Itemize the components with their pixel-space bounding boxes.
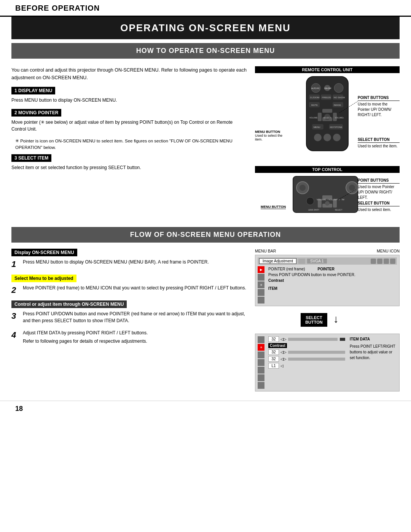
pointer-icon-red: ▶ bbox=[258, 266, 264, 273]
data-row-5: L1 ◁ bbox=[268, 363, 345, 369]
data-row-1: 32 ◁▷ bbox=[268, 336, 345, 342]
data-values-area: 32 ◁▷ Contrast 32 bbox=[268, 336, 345, 389]
flow-step3: 3 Press POINT UP/DOWN button and move PO… bbox=[11, 310, 247, 324]
top-menu-button-label: MENU BUTTON bbox=[261, 205, 286, 209]
contrast-label-diag: Contrast bbox=[268, 278, 397, 283]
press-label: Press POINT UP/DOWN button to move POINT… bbox=[268, 273, 397, 277]
icon4 bbox=[258, 289, 264, 296]
svg-text:NO SHOW: NO SHOW bbox=[334, 96, 345, 99]
top-control-svg: VOLUME – VOLUME + IM LENS SHIFT SELECT bbox=[285, 174, 369, 216]
svg-text:MENU: MENU bbox=[314, 126, 320, 128]
item-data-annotations: ITEM DATA Press POINT LEFT/RIGHT buttons… bbox=[347, 336, 397, 389]
top-select-btn-desc: Used to select item. bbox=[358, 207, 400, 212]
flow-step1-block: Display ON-SCREEN MENU 1 Press MENU butt… bbox=[11, 249, 247, 269]
svg-text:KEYSTONE: KEYSTONE bbox=[330, 126, 342, 128]
flow-step2-block: Select Menu to be adjusted 2 Move POINTE… bbox=[11, 275, 247, 295]
flow-step3-label: Control or adjust item through ON-SCREEN… bbox=[11, 300, 127, 308]
svg-text:SELECT: SELECT bbox=[335, 209, 342, 211]
top-point-buttons-desc: Used to move Pointer UP/ DOWN/ RIGHT/ LE… bbox=[358, 184, 400, 200]
item-label: ITEM bbox=[268, 286, 397, 291]
data-val-4: 32 bbox=[268, 356, 279, 362]
svg-text:FREEZE: FREEZE bbox=[322, 96, 331, 99]
svg-point-36 bbox=[349, 185, 355, 191]
step3-number: 3 bbox=[11, 311, 19, 324]
data-row-3: 32 ◁▷ bbox=[268, 349, 345, 355]
top-select-btn-label: SELECT BUTTON bbox=[358, 201, 400, 206]
data-arrow-3: ◁▷ bbox=[280, 350, 287, 354]
flow-left: Display ON-SCREEN MENU 1 Press MENU butt… bbox=[11, 249, 247, 395]
flow-step4: 4 Adjust ITEM DATA by pressing POINT RIG… bbox=[11, 329, 247, 345]
flow-step2-text: Move POINTER (red frame) to MENU ICON th… bbox=[23, 284, 246, 295]
menu-tab-image: Image Adjustment bbox=[259, 258, 296, 264]
intro-text: You can control and adjust this projecto… bbox=[11, 66, 247, 81]
data-icons-left: ✳ bbox=[258, 336, 266, 389]
step3-label: 3 SELECT ITEM bbox=[11, 154, 51, 162]
flow-title: FLOW OF ON-SCREEN MENU OPERATION bbox=[130, 231, 281, 238]
point-buttons-label: POINT BUTTONS bbox=[358, 96, 400, 101]
svg-point-34 bbox=[299, 185, 306, 191]
page-container: BEFORE OPERATION OPERATING ON-SCREEN MEN… bbox=[0, 0, 411, 417]
data-icon5 bbox=[258, 367, 264, 374]
flow-step1-text: Press MENU button to display ON-SCREEN M… bbox=[23, 259, 209, 269]
asterisk-note: ✳ Pointer is icon on ON-SCREEN MENU to s… bbox=[15, 138, 247, 151]
item-data-label: ITEM DATA bbox=[350, 336, 397, 342]
menu-tab-svga: SVGA 1 bbox=[307, 259, 327, 264]
flow-section: Display ON-SCREEN MENU 1 Press MENU butt… bbox=[11, 243, 400, 401]
remote-control-area: REMOTE CONTROL UNIT AUTO PC ON-OFF bbox=[255, 66, 400, 162]
data-val-1: 32 bbox=[268, 336, 279, 342]
data-icon1 bbox=[258, 336, 264, 343]
flow-step2-label: Select Menu to be adjusted bbox=[11, 275, 76, 282]
page-number: 18 bbox=[15, 405, 23, 412]
top-select-button-annotation: SELECT BUTTON Used to select item. bbox=[358, 201, 400, 212]
before-operation-title: BEFORE OPERATION bbox=[15, 4, 100, 13]
data-val-5: L1 bbox=[268, 363, 279, 369]
svg-point-29 bbox=[323, 134, 331, 141]
menu-bar-label: MENU BAR bbox=[255, 249, 276, 253]
top-control-label: TOP CONTROL bbox=[255, 166, 400, 173]
svg-text:VOLUME+: VOLUME+ bbox=[335, 117, 344, 119]
menu-button-desc: Used to select the item. bbox=[255, 134, 285, 141]
point-buttons-annotation: POINT BUTTONS Used to move the Pointer U… bbox=[358, 96, 400, 118]
flow-step4-block: 4 Adjust ITEM DATA by pressing POINT RIG… bbox=[11, 329, 247, 345]
svg-text:VOLUME –: VOLUME – bbox=[317, 198, 328, 201]
step1-text: Press MENU button to display ON-SCREEN M… bbox=[11, 97, 247, 104]
menu-bar-display: Image Adjustment SVGA 1 bbox=[258, 257, 397, 265]
top-point-buttons-label: POINT BUTTONS bbox=[358, 178, 400, 184]
svg-text:SELECT: SELECT bbox=[323, 117, 331, 119]
data-val-3: 32 bbox=[268, 349, 279, 355]
sub-title: HOW TO OPERATE ON-SCREEN MENU bbox=[136, 47, 275, 54]
sub-title-bar: HOW TO OPERATE ON-SCREEN MENU bbox=[11, 43, 400, 59]
second-diagram-box: ✳ 32 ◁▷ bbox=[255, 334, 400, 391]
first-diagram-box: Image Adjustment SVGA 1 ▶ bbox=[255, 255, 400, 306]
data-arrow-5: ◁ bbox=[280, 364, 284, 368]
select-button-label: SELECT BUTTON bbox=[358, 137, 400, 143]
svg-point-37 bbox=[306, 197, 314, 205]
flow-step1: 1 Press MENU button to display ON-SCREEN… bbox=[11, 259, 247, 269]
top-control-area: TOP CONTROL bbox=[255, 166, 400, 216]
svg-point-28 bbox=[314, 134, 322, 141]
diagram-content: ▶ ✳ POINTER (red frame) POINTER Press P bbox=[258, 266, 397, 304]
svg-point-42 bbox=[325, 201, 330, 206]
step2-block: 2 MOVING POINTER Move pointer (✳ see bel… bbox=[11, 109, 247, 133]
flow-step2: 2 Move POINTER (red frame) to MENU ICON … bbox=[11, 284, 247, 295]
main-title: OPERATING ON-SCREEN MENU bbox=[120, 22, 291, 34]
diagram-labels-row: MENU BAR MENU ICON bbox=[255, 249, 400, 253]
svg-point-3 bbox=[334, 83, 343, 93]
top-header: BEFORE OPERATION bbox=[0, 0, 411, 17]
flow-step3-text: Press POINT UP/DOWN button and move POIN… bbox=[23, 310, 247, 324]
data-icon6 bbox=[258, 374, 264, 381]
flow-step4-text1: Adjust ITEM DATA by pressing POINT RIGHT… bbox=[23, 329, 148, 336]
svg-text:VOLUME-: VOLUME- bbox=[309, 117, 318, 119]
icon5 bbox=[258, 297, 264, 304]
svg-text:LENS SHIFT: LENS SHIFT bbox=[308, 209, 319, 211]
top-point-buttons-annotation: POINT BUTTONS Used to move Pointer UP/ D… bbox=[358, 178, 400, 200]
point-buttons-desc: Used to move the Pointer UP/ DOWN/ RIGHT… bbox=[358, 102, 400, 118]
select-button-box: SELECTBUTTON bbox=[301, 313, 327, 327]
svg-text:IM: IM bbox=[342, 198, 344, 201]
pointer-desc: POINTER (red frame) POINTER bbox=[268, 266, 397, 272]
flow-step3-block: Control or adjust item through ON-SCREEN… bbox=[11, 300, 247, 324]
pointer-label2: POINTER bbox=[317, 267, 334, 271]
remote-control-label: REMOTE CONTROL UNIT bbox=[255, 66, 400, 73]
menu-button-label: MENU BUTTON bbox=[255, 130, 285, 134]
remote-control-svg: AUTO PC ON-OFF D.ZOOM FREEZE NO SHOW MUT… bbox=[285, 75, 369, 162]
